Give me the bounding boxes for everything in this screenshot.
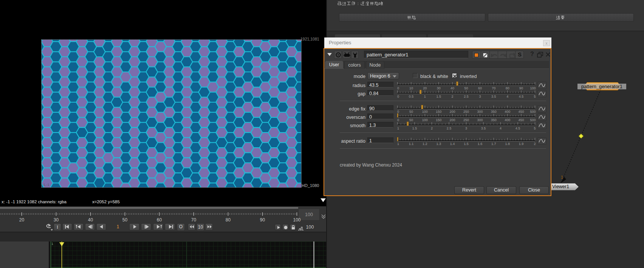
svg-text:4: 4 [506,95,508,98]
svg-text:1.2: 1.2 [423,142,427,146]
svg-text:1: 1 [397,126,399,130]
svg-text:1: 1 [424,95,426,98]
svg-text:2: 2 [534,142,536,146]
svg-text:5: 5 [534,95,536,98]
svg-text:70: 70 [191,217,197,223]
svg-text:1.5: 1.5 [436,95,441,98]
svg-text:30: 30 [54,217,59,223]
svg-text:1.3: 1.3 [436,142,441,146]
svg-text:0: 0 [397,95,399,98]
svg-text:3.5: 3.5 [481,126,486,130]
svg-text:1.9: 1.9 [519,142,524,146]
svg-text:40: 40 [88,217,93,223]
svg-text:60: 60 [157,217,162,223]
svg-text:3: 3 [465,126,467,130]
svg-text:1: 1 [51,242,53,246]
svg-text:1.6: 1.6 [478,142,483,146]
svg-text:4.5: 4.5 [519,95,524,98]
svg-text:1.8: 1.8 [505,142,510,146]
svg-text:100: 100 [293,217,300,223]
svg-text:20: 20 [19,217,25,223]
svg-text:1.5: 1.5 [412,126,417,130]
svg-text:4.5: 4.5 [516,126,520,130]
svg-text:2: 2 [452,95,454,98]
svg-text:5: 5 [534,126,536,130]
svg-text:80: 80 [226,217,231,223]
svg-text:4: 4 [500,126,502,130]
svg-text:1.5: 1.5 [464,142,469,146]
svg-text:1: 1 [561,175,563,179]
svg-text:1.7: 1.7 [491,142,496,146]
svg-text:2.5: 2.5 [447,126,452,130]
svg-text:90: 90 [260,217,265,223]
svg-text:1.4: 1.4 [450,142,455,146]
svg-text:2.5: 2.5 [464,95,469,98]
svg-text:3.5: 3.5 [491,95,496,98]
svg-text:3: 3 [479,95,481,98]
svg-text:1: 1 [397,142,399,146]
svg-text:2: 2 [431,126,433,130]
svg-text:1.1: 1.1 [409,142,414,146]
svg-text:0.5: 0.5 [409,95,414,98]
svg-text:50: 50 [122,217,128,223]
